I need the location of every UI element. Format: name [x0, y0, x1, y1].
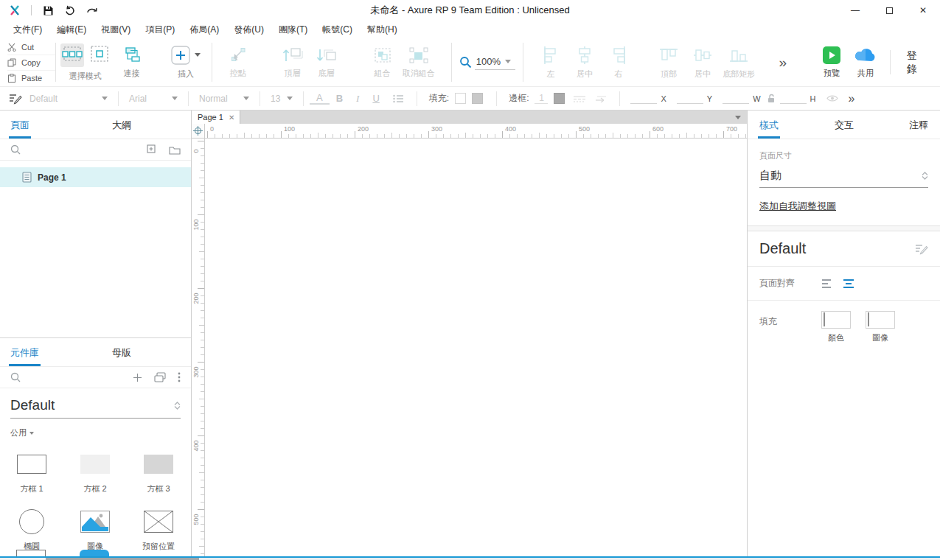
add-adaptive-views-link[interactable]: 添加自我調整視圖: [759, 200, 836, 213]
insert-button[interactable]: 插入: [168, 38, 204, 86]
send-to-back-button[interactable]: 底層: [310, 38, 344, 86]
toolbar-overflow-chevrons-icon[interactable]: »: [770, 55, 794, 71]
y-field[interactable]: Y: [677, 94, 718, 104]
library-section-common[interactable]: 公用: [0, 419, 191, 443]
ungroup-button[interactable]: 取消組合: [400, 38, 438, 86]
widget-box2[interactable]: 方框 2: [63, 446, 127, 502]
add-page-icon[interactable]: [147, 144, 157, 155]
font-color-button[interactable]: A: [310, 92, 330, 105]
widget-style-select[interactable]: Default: [25, 94, 112, 104]
align-middle-button[interactable]: 居中: [686, 38, 720, 86]
visibility-eye-icon[interactable]: [826, 94, 838, 102]
save-icon[interactable]: [42, 4, 54, 16]
bring-to-front-button[interactable]: 頂層: [276, 38, 310, 86]
menu-item[interactable]: 幫助(H): [360, 21, 405, 38]
library-select[interactable]: Default: [10, 397, 181, 419]
close-button[interactable]: ✕: [906, 0, 940, 21]
page-align-center-icon[interactable]: [842, 279, 855, 289]
h-field[interactable]: H: [780, 94, 822, 104]
insert-dropdown-caret[interactable]: [195, 53, 201, 57]
font-size-select[interactable]: 13: [266, 94, 297, 104]
zoom-caret[interactable]: [505, 60, 511, 63]
page-tree-item-page1[interactable]: Page 1: [0, 167, 191, 187]
menu-item[interactable]: 佈局(A): [182, 21, 226, 38]
widget-ellipse[interactable]: 橢圓: [0, 503, 63, 556]
tab-outline[interactable]: 大綱: [112, 119, 131, 139]
tab-notes[interactable]: 注釋: [909, 119, 928, 139]
redo-icon[interactable]: [86, 4, 98, 16]
connect-button[interactable]: 連接: [115, 38, 149, 86]
paste-button[interactable]: Paste: [7, 70, 55, 85]
menu-item[interactable]: 編輯(E): [49, 21, 94, 38]
arrow-style-icon[interactable]: [594, 95, 607, 102]
page-fill-image-swatch[interactable]: 圖像: [866, 311, 895, 343]
lock-ratio-icon[interactable]: [767, 94, 776, 103]
align-left-button[interactable]: 左: [534, 38, 568, 86]
group-button[interactable]: 組合: [366, 38, 400, 86]
page-size-select[interactable]: 自動: [759, 169, 928, 188]
widget-box1[interactable]: 方框 1: [0, 446, 63, 502]
bullet-list-icon[interactable]: [393, 94, 404, 103]
ruler-origin-crosshair-icon[interactable]: [192, 124, 205, 139]
w-field[interactable]: W: [723, 94, 766, 104]
tab-interactions[interactable]: 交互: [835, 119, 854, 139]
preview-button[interactable]: 預覽: [815, 38, 849, 86]
menu-item[interactable]: 發佈(U): [226, 21, 271, 38]
tab-pages[interactable]: 頁面: [10, 119, 29, 139]
fill-gradient-swatch[interactable]: [472, 93, 483, 104]
menu-item[interactable]: 項目(P): [138, 21, 182, 38]
font-family-select[interactable]: Arial: [125, 94, 182, 104]
fill-color-swatch[interactable]: [455, 93, 466, 104]
tab-style[interactable]: 樣式: [759, 119, 779, 139]
border-style-icon[interactable]: [573, 95, 586, 102]
page-canvas[interactable]: [205, 139, 747, 556]
cut-button[interactable]: Cut: [7, 39, 55, 55]
select-mode-button[interactable]: 選擇模式: [56, 38, 115, 86]
edit-style-icon[interactable]: [915, 243, 928, 255]
underline-button[interactable]: U: [366, 93, 386, 104]
kebab-menu-icon[interactable]: [178, 372, 181, 382]
maximize-button[interactable]: [872, 0, 906, 21]
widget-image[interactable]: 圖像: [63, 503, 127, 556]
search-icon[interactable]: [10, 144, 21, 155]
document-tab-close-icon[interactable]: ✕: [229, 113, 234, 122]
align-top-button[interactable]: 頂部: [652, 38, 686, 86]
tab-masters[interactable]: 母版: [112, 346, 131, 366]
menu-item[interactable]: 視圖(V): [94, 21, 138, 38]
copy-button[interactable]: Copy: [7, 55, 55, 70]
menu-item[interactable]: 帳號(C): [315, 21, 360, 38]
share-button[interactable]: 共用: [849, 38, 882, 86]
align-bottom-button[interactable]: 底部矩形: [720, 38, 758, 86]
menu-item[interactable]: 文件(F): [6, 21, 49, 38]
align-right-button[interactable]: 右: [602, 38, 636, 86]
select-intersect-icon[interactable]: [60, 43, 84, 67]
tab-libraries[interactable]: 元件庫: [10, 346, 39, 366]
border-color-swatch[interactable]: [554, 93, 565, 104]
add-folder-icon[interactable]: [169, 145, 181, 155]
point-mode-button[interactable]: 控點: [221, 38, 255, 86]
page-align-left-icon[interactable]: [821, 279, 835, 289]
page-fill-color-swatch[interactable]: 顏色: [821, 311, 851, 343]
align-center-button[interactable]: 居中: [568, 38, 602, 86]
italic-button[interactable]: I: [349, 93, 366, 105]
login-button[interactable]: 登錄: [891, 49, 940, 76]
x-field[interactable]: X: [630, 94, 672, 104]
stylebar-overflow-chevrons-icon[interactable]: »: [843, 92, 860, 105]
widget-primary-button-partial[interactable]: [80, 550, 109, 556]
minimize-button[interactable]: —: [838, 0, 872, 21]
border-width-value[interactable]: 1: [535, 93, 548, 104]
bold-button[interactable]: B: [330, 93, 349, 104]
search-icon[interactable]: [10, 372, 21, 382]
menu-item[interactable]: 團隊(T): [271, 21, 315, 38]
tab-list-dropdown[interactable]: [735, 111, 741, 124]
widget-button-partial[interactable]: [16, 550, 46, 556]
add-library-icon[interactable]: [133, 373, 142, 382]
font-weight-select[interactable]: Normal: [195, 94, 254, 104]
select-contain-icon[interactable]: [88, 43, 111, 67]
document-tab-page1[interactable]: Page 1 ✕: [192, 111, 240, 124]
zoom-control[interactable]: 100%: [452, 38, 523, 86]
manage-libraries-icon[interactable]: [154, 372, 166, 382]
undo-icon[interactable]: [64, 4, 76, 16]
style-edit-icon[interactable]: [9, 93, 22, 105]
widget-placeholder[interactable]: 預留位置: [127, 503, 190, 556]
